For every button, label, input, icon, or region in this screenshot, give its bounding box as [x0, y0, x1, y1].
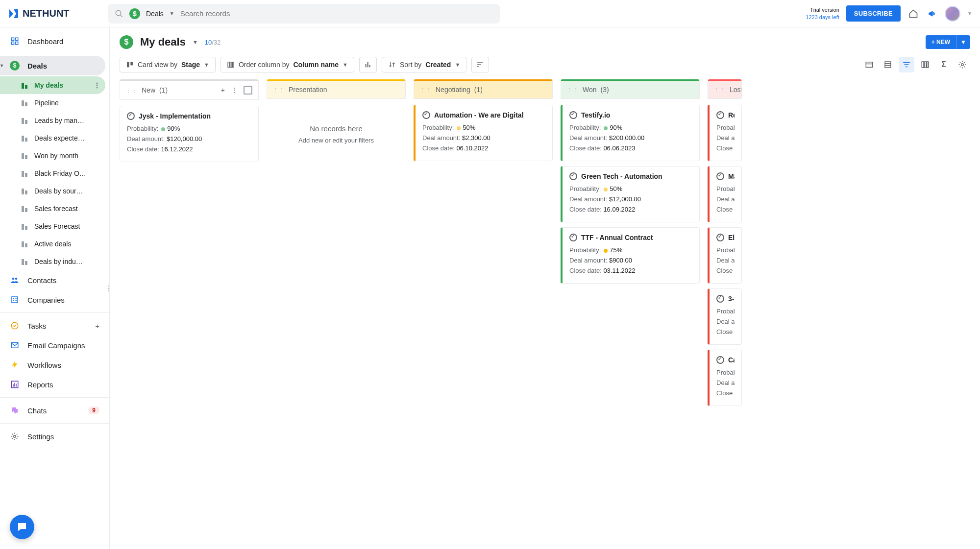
board-icon: [22, 188, 28, 194]
chevron-down-icon: ▼: [343, 62, 348, 68]
sidebar-settings[interactable]: Settings: [0, 427, 109, 446]
grip-icon[interactable]: ⋮⋮: [567, 87, 579, 93]
chats-badge: 9: [88, 406, 99, 414]
status-dot: [604, 188, 608, 191]
deal-card[interactable]: TTF - Annual Contract Probability:75% De…: [561, 227, 700, 284]
svg-rect-33: [885, 62, 891, 68]
sidebar-deals[interactable]: $ Deals: [0, 56, 105, 75]
new-button[interactable]: + NEW: [926, 35, 956, 49]
svg-point-6: [12, 278, 15, 280]
sidebar-workflows[interactable]: Workflows: [0, 355, 109, 375]
svg-rect-17: [14, 383, 15, 387]
sidebar-sub-source[interactable]: Deals by sour…: [0, 182, 109, 200]
deal-card[interactable]: Reve Probabil Deal am Close da: [708, 105, 742, 161]
deal-card[interactable]: Automation - We are Digital Probability:…: [414, 105, 553, 161]
column-header[interactable]: ⋮⋮ Negotiating (1): [414, 79, 553, 99]
sidebar-sub-wonmonth[interactable]: Won by month: [0, 147, 109, 165]
grip-icon[interactable]: ⋮⋮: [714, 87, 726, 93]
search-scope[interactable]: Deals: [146, 10, 164, 18]
sigma-icon[interactable]: Σ: [936, 57, 952, 72]
column-header[interactable]: ⋮⋮ New (1) + ⋮: [120, 79, 259, 100]
column-lost: ⋮⋮ Lost ( Reve Probabil Deal am Close da…: [708, 79, 742, 539]
sort-direction[interactable]: [471, 57, 489, 72]
checkcircle-icon: [716, 234, 724, 241]
sidebar-sub-mydeals[interactable]: My deals⋮: [0, 76, 105, 94]
svg-rect-2: [11, 38, 14, 40]
barchart-icon: [364, 61, 372, 69]
sidebar-email[interactable]: Email Campaigns: [0, 335, 109, 355]
dollar-icon: $: [120, 35, 133, 49]
table-view-icon[interactable]: [861, 57, 877, 72]
grip-icon[interactable]: ⋮⋮: [420, 87, 432, 93]
title-dropdown-icon[interactable]: ▼: [193, 39, 198, 45]
kanban-board[interactable]: ⋮⋮ New (1) + ⋮ Jysk - Implementation Pro…: [110, 79, 980, 549]
sidebar-tasks[interactable]: Tasks +: [0, 316, 109, 335]
svg-point-42: [961, 64, 964, 66]
settings-icon[interactable]: [955, 57, 970, 72]
avatar[interactable]: [945, 6, 960, 22]
megaphone-icon[interactable]: [926, 8, 938, 20]
sidebar-companies[interactable]: Companies: [0, 290, 109, 310]
sidebar-sub-blackfriday[interactable]: Black Friday O…: [0, 165, 109, 182]
sidebar-sub-forecast2[interactable]: Sales Forecast: [0, 217, 109, 235]
chevron-down-icon[interactable]: ▼: [170, 11, 174, 16]
deal-card[interactable]: Elem Probabil Deal am Close da: [708, 227, 742, 284]
svg-rect-16: [13, 384, 14, 387]
svg-rect-38: [906, 67, 908, 68]
chat-bubble-icon: [16, 521, 28, 533]
brand-logo[interactable]: NETHUNT: [8, 8, 96, 20]
sidebar-resize-handle[interactable]: [107, 279, 110, 298]
plus-icon[interactable]: +: [95, 322, 99, 330]
order-selector[interactable]: Order column by Column name ▼: [220, 57, 354, 72]
intercom-launcher[interactable]: [10, 515, 34, 539]
svg-rect-31: [866, 62, 873, 68]
sidebar-contacts[interactable]: Contacts: [0, 270, 109, 290]
sidebar-sub-forecast1[interactable]: Sales forecast: [0, 200, 109, 217]
deal-card[interactable]: Green Tech - Automation Probability:50% …: [561, 166, 700, 222]
home-icon[interactable]: [907, 8, 919, 20]
column-header[interactable]: ⋮⋮ Lost (: [708, 79, 742, 99]
search-input[interactable]: [180, 9, 493, 18]
deal-card[interactable]: Call Probabil Deal am Close da: [708, 350, 742, 406]
more-icon[interactable]: ⋮: [94, 81, 100, 89]
sidebar-sub-active[interactable]: Active deals: [0, 235, 109, 253]
plus-icon[interactable]: +: [221, 86, 225, 94]
checkbox-icon[interactable]: [244, 86, 252, 95]
grip-icon[interactable]: ⋮⋮: [273, 87, 285, 93]
column-header[interactable]: ⋮⋮ Won (3): [561, 79, 700, 99]
filter-icon[interactable]: [899, 57, 914, 72]
columns-config-icon[interactable]: [917, 57, 933, 72]
sidebar-reports[interactable]: Reports: [0, 375, 109, 394]
sidebar: Dashboard $ Deals My deals⋮ Pipeline Lea…: [0, 27, 110, 549]
deal-card[interactable]: Jysk - Implementation Probability:90% De…: [120, 106, 259, 162]
new-button-dropdown[interactable]: ▼: [956, 35, 970, 49]
check-circle-icon: [10, 321, 20, 331]
people-icon: [10, 275, 20, 285]
sidebar-dashboard[interactable]: Dashboard: [0, 27, 109, 55]
list-view-icon[interactable]: [880, 57, 896, 72]
user-menu-chevron[interactable]: ▼: [967, 11, 972, 16]
deal-card[interactable]: Man Probabil Deal am Close da: [708, 166, 742, 222]
cardview-selector[interactable]: Card view by Stage ▼: [120, 57, 216, 72]
sidebar-chats[interactable]: Chats 9: [0, 401, 109, 420]
sidebar-sub-leads[interactable]: Leads by man…: [0, 112, 109, 129]
subscribe-button[interactable]: SUBSCRIBE: [846, 5, 901, 22]
sidebar-sub-industry[interactable]: Deals by indu…: [0, 253, 109, 270]
status-dot: [457, 126, 461, 130]
chart-toggle[interactable]: [359, 57, 377, 72]
sidebar-sub-expected[interactable]: Deals expecte…: [0, 129, 109, 147]
more-icon[interactable]: ⋮: [231, 86, 238, 94]
svg-rect-26: [368, 62, 368, 68]
sidebar-sub-pipeline[interactable]: Pipeline: [0, 94, 109, 112]
deal-card[interactable]: Testify.io Probability:90% Deal amount: …: [561, 105, 700, 161]
svg-rect-8: [12, 297, 18, 303]
columns-icon: [227, 61, 235, 69]
svg-rect-11: [13, 300, 14, 301]
trial-days: 1223 days left: [806, 14, 839, 21]
column-header[interactable]: ⋮⋮ Presentation: [267, 79, 406, 99]
grip-icon[interactable]: ⋮⋮: [126, 88, 138, 93]
sort-selector[interactable]: Sort by Created ▼: [382, 57, 466, 72]
mail-icon: [10, 340, 20, 350]
deal-card[interactable]: 3-ye Probabil Deal am Close da: [708, 288, 742, 345]
searchbar[interactable]: $ Deals ▼: [108, 4, 500, 24]
